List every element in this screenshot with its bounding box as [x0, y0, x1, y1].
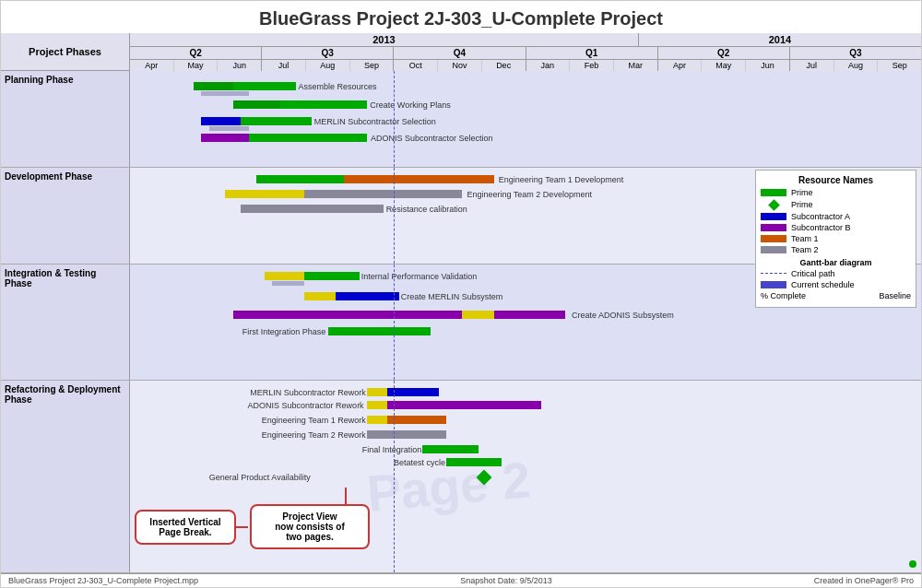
development-phase-chart: Engineering Team 1 Development Engineeri… [130, 168, 921, 264]
bar-label-adonis-sub: Create ADONIS Subsystem [572, 311, 674, 320]
footer-center: Snapshot Date: 9/5/2013 [460, 576, 552, 585]
footer-left: BlueGrass Project 2J-303_U-Complete Proj… [8, 576, 198, 585]
q2-2013-label: Q2 [130, 47, 261, 60]
diamond-gpa [476, 469, 491, 485]
deployment-phase-row: Refactoring & Deployment Phase Page 2 ME… [1, 381, 921, 573]
month-feb: Feb [570, 60, 614, 71]
bar-merlin-sel-complete [201, 117, 241, 125]
month-dec: Dec [482, 60, 526, 71]
legend-swatch-prime-bar [761, 189, 786, 196]
timeline-headers: 2013 2014 Q2 Apr May Jun [130, 33, 921, 71]
bar-label-betatest: Betatest cycle [394, 458, 445, 467]
month-apr: Apr [130, 60, 174, 71]
year-2013: 2013 [130, 33, 639, 46]
planning-phase-label: Planning Phase [1, 71, 130, 167]
bar-label-adonis-sel: ADONIS Subcontractor Selection [371, 134, 493, 143]
legend-label-subB: Subcontractor B [791, 223, 851, 232]
legend-row-subA: Subcontractor A [761, 212, 911, 221]
development-phase-label: Development Phase [1, 168, 130, 264]
legend-label-prime-diamond: Prime [791, 200, 813, 209]
bar-label-eng2-dev: Engineering Team 2 Development [467, 190, 591, 199]
q4-2013: Q4 Oct Nov Dec [394, 47, 526, 71]
gantt-wrapper: Project Phases 2013 2014 Q2 Apr [1, 33, 921, 573]
month-sep: Sep [350, 60, 394, 71]
q3-2014: Q3 Jul Aug Sep [790, 47, 921, 71]
critical-path-line-planning [394, 71, 395, 167]
bar-label-merlin-sel: MERLIN Subcontractor Selection [314, 117, 436, 126]
month-jul2: Jul [790, 60, 834, 71]
q1-2014-label: Q1 [526, 47, 657, 60]
bar-label-merlin-rework: MERLIN Subcontractor Rework [250, 388, 366, 397]
bar-adonis-sub-complete [462, 311, 493, 319]
bar-label-merlin-sub: Create MERLIN Subsystem [401, 292, 503, 301]
header-area: Project Phases 2013 2014 Q2 Apr [1, 33, 921, 71]
status-dot [909, 560, 916, 568]
legend-row-prime-bar: Prime [761, 188, 911, 197]
legend-swatch-subA [761, 213, 786, 220]
month-jun: Jun [218, 60, 261, 71]
month-jun2: Jun [746, 60, 789, 71]
bar-label-working-plans: Create Working Plans [370, 100, 450, 110]
deployment-phase-chart: Page 2 MERLIN Subcontractor Rework ADONI… [130, 381, 921, 572]
bar-eng2-rework: Engineering Team 2 Rework [367, 430, 446, 439]
bar-betatest: Betatest cycle [446, 458, 502, 466]
legend-critical-row: Critical path [761, 269, 911, 278]
q3-2014-label: Q3 [790, 47, 921, 60]
legend-swatch-team1 [761, 235, 786, 242]
deployment-phase-label: Refactoring & Deployment Phase [1, 381, 130, 572]
month-aug: Aug [306, 60, 350, 71]
legend-gantt-title: Gantt-bar diagram [761, 258, 911, 267]
legend-critical-line [761, 273, 786, 275]
callout-arrow-up [345, 488, 347, 506]
critical-path-line-int [394, 265, 395, 380]
bar-adonis-sel-complete [201, 134, 248, 142]
bar-eng1-complete [256, 175, 343, 183]
callout-arrow-right [234, 526, 248, 528]
month-mar: Mar [614, 60, 657, 71]
planning-phase-row: Planning Phase Assemble Resources [1, 71, 921, 168]
planning-phase-chart: Assemble Resources Create Working Plans [130, 71, 921, 167]
legend-label-subA: Subcontractor A [791, 212, 850, 221]
month-apr2: Apr [658, 60, 703, 71]
legend-schedule-label: Current schedule [791, 280, 855, 289]
bar-adonis-rework-complete [367, 401, 386, 409]
bar-label-ipv: Internal Performance Validation [361, 272, 477, 281]
month-nov: Nov [438, 60, 482, 71]
callout-page-break: Inserted VerticalPage Break. [135, 510, 236, 545]
bar-label-eng1-rework: Engineering Team 1 Rework [262, 416, 366, 425]
bar-resistance: Resistance calibration [241, 205, 383, 213]
bar-adonis-sub-create: Create ADONIS Subsystem [233, 311, 565, 319]
legend-swatch-subB [761, 224, 786, 231]
month-oct: Oct [394, 60, 438, 71]
month-aug2: Aug [834, 60, 879, 71]
bar-label-resistance: Resistance calibration [386, 205, 467, 214]
critical-path-line-dep [394, 381, 395, 572]
q2-2014-label: Q2 [658, 47, 789, 60]
bar-merlin-rework-complete [367, 388, 386, 396]
bar-merlin-sub-complete [304, 292, 336, 300]
q1-2014-months: Jan Feb Mar [526, 60, 657, 71]
legend-diamond-prime [761, 199, 786, 210]
quarter-month-row: Q2 Apr May Jun Q3 Jul [130, 47, 921, 71]
bar-eng1-rework-complete [367, 416, 386, 424]
legend-label-team1: Team 1 [791, 234, 819, 243]
q3-2013-months: Jul Aug Sep [262, 60, 393, 71]
legend-label-prime-bar: Prime [791, 188, 813, 197]
month-jan: Jan [526, 60, 571, 71]
callout-two-pages: Project Viewnow consists oftwo pages. [250, 504, 370, 549]
bar-eng2-complete [225, 190, 304, 198]
bar-ipv-complete [265, 272, 304, 280]
bar-label-gpa: General Product Availability [209, 473, 311, 482]
main-container: BlueGrass Project 2J-303_U-Complete Proj… [0, 0, 922, 588]
bar-label-first-int: First Integration Phase [242, 327, 326, 336]
callout-two-pages-text: Project Viewnow consists oftwo pages. [275, 512, 345, 542]
bar-assemble-sub [201, 91, 248, 96]
month-may: May [174, 60, 219, 71]
month-jul: Jul [262, 60, 306, 71]
bar-final-int: Final Integration [422, 445, 478, 453]
bar-label-adonis-rework: ADONIS Subcontractor Rework [248, 401, 364, 410]
q4-2013-label: Q4 [394, 47, 525, 60]
diamond-shape [768, 199, 780, 211]
q3-2013: Q3 Jul Aug Sep [262, 47, 394, 71]
month-may2: May [702, 60, 746, 71]
